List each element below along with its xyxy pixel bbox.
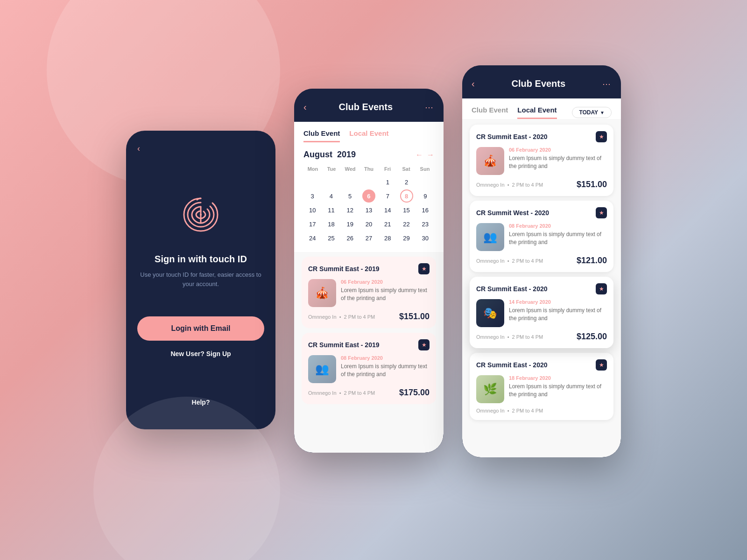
cal-day-5[interactable]: 5 [344, 189, 357, 203]
cal-day-22[interactable]: 22 [400, 217, 413, 231]
phone3-event-1-image: 🎪 [476, 147, 504, 175]
phone3-event-2-date: 08 February 2020 [509, 223, 607, 229]
event-1-price: $151.00 [399, 312, 430, 322]
event-1-date: 06 February 2020 [341, 279, 430, 285]
cal-day-9[interactable]: 9 [419, 189, 432, 203]
event-2-desc: Lorem Ipsum is simply dummy text of the … [341, 363, 430, 378]
phone3-back-icon[interactable]: ‹ [472, 78, 475, 89]
phone3-event-2-star-icon[interactable]: ★ [596, 207, 607, 218]
phone3-title: Club Events [512, 78, 566, 89]
cal-day-6[interactable]: 6 [362, 189, 375, 203]
phone3-event-2-desc: Lorem Ipsum is simply dummy text of the … [509, 231, 607, 246]
event-1-star-icon[interactable]: ★ [418, 263, 430, 274]
cal-day-18[interactable]: 18 [324, 217, 338, 231]
cal-day-15[interactable]: 15 [400, 203, 413, 217]
tab-club-event-2[interactable]: Club Event [303, 129, 340, 142]
phone2-menu-icon[interactable]: ⋯ [425, 102, 434, 112]
phone3-event-3-date: 14 February 2020 [509, 299, 607, 305]
phone3-event-3: CR Summit East - 2020 ★ 🎭 14 February 20… [470, 277, 613, 348]
cal-day-14[interactable]: 14 [381, 203, 394, 217]
cal-day-26[interactable]: 26 [344, 231, 357, 245]
phone2-title: Club Events [339, 102, 393, 112]
event-1-location: Omnnego In • 2 PM to 4 PM [308, 314, 375, 320]
cal-day-3[interactable]: 3 [306, 189, 319, 203]
cal-day-27[interactable]: 27 [362, 231, 375, 245]
phone3-tabs: Club Event Local Event TODAY ▼ [462, 98, 621, 119]
cal-day-8[interactable]: 8 [400, 189, 413, 203]
tab-club-event-3[interactable]: Club Event [472, 106, 508, 119]
cal-day-11[interactable]: 11 [324, 203, 338, 217]
event-1-title: CR Summit East - 2019 [308, 265, 380, 273]
cal-day-21[interactable]: 21 [381, 217, 394, 231]
phone3-event-1: CR Summit East - 2020 ★ 🎪 06 February 20… [470, 125, 613, 196]
phone3-event-3-star-icon[interactable]: ★ [596, 283, 607, 294]
back-icon[interactable]: ‹ [137, 144, 140, 154]
calendar-month: August 2019 [303, 150, 356, 160]
cal-day-16[interactable]: 16 [419, 203, 432, 217]
phone3-event-1-title: CR Summit East - 2020 [476, 133, 548, 140]
cal-day-20[interactable]: 20 [362, 217, 375, 231]
phone3-event-4-image: 🌿 [476, 375, 504, 403]
help-link[interactable]: Help? [192, 399, 210, 406]
phone3-event-3-price: $125.00 [577, 332, 607, 342]
phone2-tabs: Club Event Local Event [294, 122, 444, 142]
cal-day-13[interactable]: 13 [362, 203, 375, 217]
calendar-nav[interactable]: ← → [416, 151, 434, 159]
phone3-event-4-location: Omnnego In • 2 PM to 4 PM [476, 408, 543, 413]
cal-day-28[interactable]: 28 [381, 231, 394, 245]
phone-signin: ‹ Sign in with touch ID Use your touch I… [126, 131, 275, 429]
day-wed: Wed [341, 166, 359, 172]
phone3-event-1-desc: Lorem Ipsum is simply dummy text of the … [509, 154, 607, 170]
phone3-event-2-location: Omnnego In • 2 PM to 4 PM [476, 258, 543, 264]
tab-local-event-3[interactable]: Local Event [517, 106, 557, 119]
signup-link[interactable]: New User? Sign Up [170, 350, 231, 357]
day-tue: Tue [322, 166, 341, 172]
event-card-1: CR Summit East - 2019 ★ 🎪 06 February 20… [302, 257, 436, 328]
phone3-event-2-price: $121.00 [577, 256, 607, 266]
cal-day-7[interactable]: 7 [381, 189, 394, 203]
tab-local-event-2[interactable]: Local Event [349, 129, 388, 142]
login-email-button[interactable]: Login with Email [137, 316, 264, 341]
cal-day-17[interactable]: 17 [306, 217, 319, 231]
today-filter-button[interactable]: TODAY ▼ [572, 107, 612, 118]
phone2-back-icon[interactable]: ‹ [303, 102, 307, 112]
cal-day-12[interactable]: 12 [344, 203, 357, 217]
cal-day-29[interactable]: 29 [400, 231, 413, 245]
cal-day-23[interactable]: 23 [419, 217, 432, 231]
event-1-image: 🎪 [308, 279, 336, 307]
phone3-event-1-date: 06 February 2020 [509, 147, 607, 153]
event-1-desc: Lorem Ipsum is simply dummy text of the … [341, 287, 430, 302]
phone3-event-3-image: 🎭 [476, 299, 504, 327]
phone2-events-list: CR Summit East - 2019 ★ 🎪 06 February 20… [294, 252, 444, 453]
cal-day-30[interactable]: 30 [419, 231, 432, 245]
prev-month-icon[interactable]: ← [416, 151, 423, 159]
event-2-image: 👥 [308, 355, 336, 383]
phone3-event-1-star-icon[interactable]: ★ [596, 131, 607, 142]
day-thu: Thu [359, 166, 378, 172]
signin-title: Sign in with touch ID [155, 254, 247, 265]
day-fri: Fri [378, 166, 397, 172]
phone3-event-4-star-icon[interactable]: ★ [596, 359, 607, 371]
phone3-event-2-image: 👥 [476, 223, 504, 251]
next-month-icon[interactable]: → [427, 151, 434, 159]
cal-day-24[interactable]: 24 [306, 231, 319, 245]
cal-day-19[interactable]: 19 [344, 217, 357, 231]
cal-day-25[interactable]: 25 [324, 231, 338, 245]
day-sat: Sat [397, 166, 416, 172]
phone3-menu-icon[interactable]: ⋯ [602, 79, 612, 89]
phone3-event-4: CR Summit East - 2020 ★ 🌿 18 February 20… [470, 353, 613, 420]
cal-day-4[interactable]: 4 [324, 189, 338, 203]
cal-day-1[interactable]: 1 [381, 175, 394, 189]
phone3-event-1-location: Omnnego In • 2 PM to 4 PM [476, 182, 543, 188]
phone3-event-2: CR Summit West - 2020 ★ 👥 08 February 20… [470, 201, 613, 272]
cal-day-2[interactable]: 2 [400, 175, 413, 189]
event-2-star-icon[interactable]: ★ [418, 339, 430, 350]
phone3-event-3-location: Omnnego In • 2 PM to 4 PM [476, 334, 543, 340]
day-sun: Sun [416, 166, 434, 172]
phone3-header: ‹ Club Events ⋯ [462, 65, 621, 98]
signin-subtitle: Use your touch ID for faster, easier acc… [137, 270, 264, 288]
cal-day-10[interactable]: 10 [306, 203, 319, 217]
phone3-event-3-desc: Lorem Ipsum is simply dummy text of the … [509, 307, 607, 322]
event-2-price: $175.00 [399, 388, 430, 398]
calendar-days-header: Mon Tue Wed Thu Fri Sat Sun [303, 166, 434, 172]
